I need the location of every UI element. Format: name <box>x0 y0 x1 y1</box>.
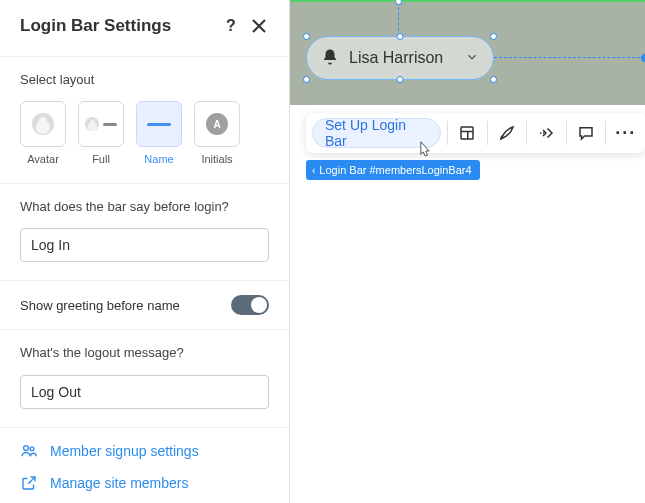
alignment-guide-vertical <box>398 2 399 36</box>
panel-title: Login Bar Settings <box>20 16 213 36</box>
layout-avatar[interactable]: Avatar <box>20 101 66 165</box>
more-icon[interactable]: ··· <box>606 113 645 153</box>
member-signup-label: Member signup settings <box>50 443 199 459</box>
svg-point-1 <box>30 446 34 450</box>
alignment-anchor-top <box>395 0 402 5</box>
design-icon[interactable] <box>488 113 527 153</box>
component-tag[interactable]: ‹ Login Bar #membersLoginBar4 <box>306 160 480 180</box>
layout-name-label: Name <box>144 153 173 165</box>
layout-full[interactable]: Full <box>78 101 124 165</box>
animation-icon[interactable] <box>527 113 566 153</box>
layout-label: Select layout <box>20 71 269 89</box>
logout-label: What's the logout message? <box>20 344 269 362</box>
resize-handle[interactable] <box>397 33 404 40</box>
help-icon[interactable]: ? <box>221 16 241 36</box>
resize-handle[interactable] <box>490 76 497 83</box>
floating-toolbar: Set Up Login Bar ··· <box>306 113 645 153</box>
layout-name[interactable]: Name <box>136 101 182 165</box>
resize-handle[interactable] <box>490 33 497 40</box>
layout-avatar-label: Avatar <box>27 153 59 165</box>
resize-handle[interactable] <box>303 33 310 40</box>
manage-members-link[interactable]: Manage site members <box>20 474 269 492</box>
setup-button-label: Set Up Login Bar <box>325 117 428 149</box>
users-icon <box>20 442 38 460</box>
full-icon <box>85 117 117 131</box>
resize-handle[interactable] <box>397 76 404 83</box>
name-icon <box>147 123 171 126</box>
resize-handle[interactable] <box>303 76 310 83</box>
editor-canvas: Lisa Harrison Set Up Login Bar <box>290 0 645 503</box>
setup-login-bar-button[interactable]: Set Up Login Bar <box>312 118 441 148</box>
logout-input[interactable] <box>20 375 269 409</box>
canvas-background: Lisa Harrison <box>290 0 645 105</box>
manage-members-label: Manage site members <box>50 475 189 491</box>
settings-panel: Login Bar Settings ? Select layout Avata… <box>0 0 290 503</box>
comment-icon[interactable] <box>567 113 606 153</box>
greeting-row: Show greeting before name <box>0 281 289 330</box>
panel-header: Login Bar Settings ? <box>0 0 289 57</box>
greeting-label: Show greeting before name <box>20 298 180 313</box>
initials-icon: A <box>206 113 228 135</box>
layout-initials-label: Initials <box>201 153 232 165</box>
login-bar-username: Lisa Harrison <box>349 49 443 67</box>
avatar-icon <box>32 113 54 135</box>
bell-icon <box>321 48 339 69</box>
chevron-down-icon <box>465 50 479 67</box>
alignment-anchor-right <box>641 54 645 62</box>
before-login-section: What does the bar say before login? <box>0 184 289 281</box>
panel-links: Member signup settings Manage site membe… <box>0 428 289 503</box>
layout-section: Select layout Avatar Full Name A Initial… <box>0 57 289 184</box>
greeting-toggle[interactable] <box>231 295 269 315</box>
logout-section: What's the logout message? <box>0 330 289 427</box>
member-signup-link[interactable]: Member signup settings <box>20 442 269 460</box>
login-bar-component[interactable]: Lisa Harrison <box>306 36 494 80</box>
external-link-icon <box>20 474 38 492</box>
alignment-guide-horizontal <box>494 57 645 58</box>
before-login-label: What does the bar say before login? <box>20 198 269 216</box>
chevron-left-icon: ‹ <box>312 165 315 176</box>
layout-icon[interactable] <box>448 113 487 153</box>
svg-point-0 <box>24 445 29 450</box>
before-login-input[interactable] <box>20 228 269 262</box>
component-tag-label: Login Bar #membersLoginBar4 <box>319 164 471 176</box>
layout-initials[interactable]: A Initials <box>194 101 240 165</box>
close-icon[interactable] <box>249 16 269 36</box>
layout-full-label: Full <box>92 153 110 165</box>
layout-options: Avatar Full Name A Initials <box>20 101 269 165</box>
